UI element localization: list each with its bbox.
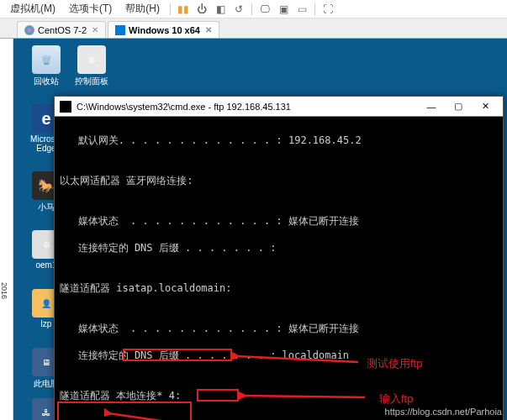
cmd-line: 隧道适配器 isatap.localdomain: [60, 281, 498, 295]
menu-vm[interactable]: 虚拟机(M) [5, 0, 61, 18]
menu-help[interactable]: 帮助(H) [120, 0, 165, 18]
snapshot-icon[interactable]: ◧ [213, 2, 228, 17]
recycle-bin-icon: 🗑️ [32, 45, 61, 74]
tab-label: Windows 10 x64 [129, 25, 200, 35]
cmd-output[interactable]: 默认网关. . . . . . . . . . . . . : 192.168.… [55, 117, 503, 420]
tab-centos[interactable]: CentOS 7-2 ✕ [17, 21, 106, 38]
revert-icon[interactable]: ↺ [231, 2, 246, 17]
watermark: https://blog.csdn.net/Parhoia [385, 407, 502, 417]
cmd-window[interactable]: C:\Windows\system32\cmd.exe - ftp 192.16… [54, 96, 504, 420]
cmd-line: 媒体状态 . . . . . . . . . . . . : 媒体已断开连接 [60, 214, 498, 228]
pause-icon[interactable]: ▮▮ [176, 2, 191, 17]
close-icon[interactable]: ✕ [92, 25, 98, 34]
menubar: 虚拟机(M) 选项卡(T) 帮助(H) ▮▮ ⏻ ◧ ↺ 🖵 ▣ ▭ ⛶ [0, 0, 507, 18]
maximize-button[interactable]: ▢ [446, 99, 471, 114]
cmd-line: 连接特定的 DNS 后缀 . . . . . . . : localdomain [60, 349, 498, 362]
icon-label: 控制面板 [71, 76, 113, 87]
cmd-title-text: C:\Windows\system32\cmd.exe - ftp 192.16… [77, 102, 291, 112]
desktop-icon-recycle[interactable]: 🗑️ 回收站 [25, 45, 67, 87]
cmd-line: 连接特定的 DNS 后缀 . . . . . . . : [60, 241, 498, 255]
menu-tabs[interactable]: 选项卡(T) [64, 0, 117, 18]
minimize-button[interactable]: — [419, 99, 444, 114]
tabstrip: CentOS 7-2 ✕ Windows 10 x64 ✕ [0, 18, 507, 39]
unity-icon[interactable]: ▭ [294, 2, 309, 17]
cmd-line: 媒体状态 . . . . . . . . . . . . : 媒体已断开连接 [60, 322, 498, 335]
library-panel: 2016 [0, 39, 13, 420]
anno-label-test-ftp: 测试使用ftp [367, 356, 422, 371]
desktop-icon-ctrlpanel[interactable]: ⚙ 控制面板 [71, 45, 113, 87]
workstation-title-fragment: re Workstation [0, 2, 1, 12]
windows-icon [115, 25, 125, 35]
cmd-line: 默认网关. . . . . . . . . . . . . : 192.168.… [60, 134, 498, 147]
cmd-icon [60, 101, 71, 113]
screen-icon[interactable]: 🖵 [257, 2, 272, 17]
cmd-line: 隧道适配器 本地连接* 4: [60, 389, 498, 402]
fit-icon[interactable]: ▣ [276, 2, 291, 17]
tab-win10[interactable]: Windows 10 x64 ✕ [108, 21, 219, 38]
control-panel-icon: ⚙ [77, 45, 106, 74]
anno-label-input-ftp: 输入ftp [379, 391, 413, 407]
vm-desktop[interactable]: 🗑️ 回收站 ⚙ 控制面板 e Microsof Edge 🐎 小马 ⚙ oem… [13, 39, 507, 420]
cmd-titlebar[interactable]: C:\Windows\system32\cmd.exe - ftp 192.16… [55, 97, 503, 117]
centos-icon [24, 25, 34, 35]
power-icon[interactable]: ⏻ [194, 2, 209, 17]
close-icon[interactable]: ✕ [205, 25, 212, 34]
fullscreen-icon[interactable]: ⛶ [320, 2, 335, 17]
tab-label: CentOS 7-2 [38, 25, 87, 35]
close-button[interactable]: ✕ [473, 99, 498, 114]
library-date: 2016 [0, 282, 8, 299]
cmd-line: 以太网适配器 蓝牙网络连接: [60, 174, 498, 187]
icon-label: 回收站 [25, 76, 67, 87]
